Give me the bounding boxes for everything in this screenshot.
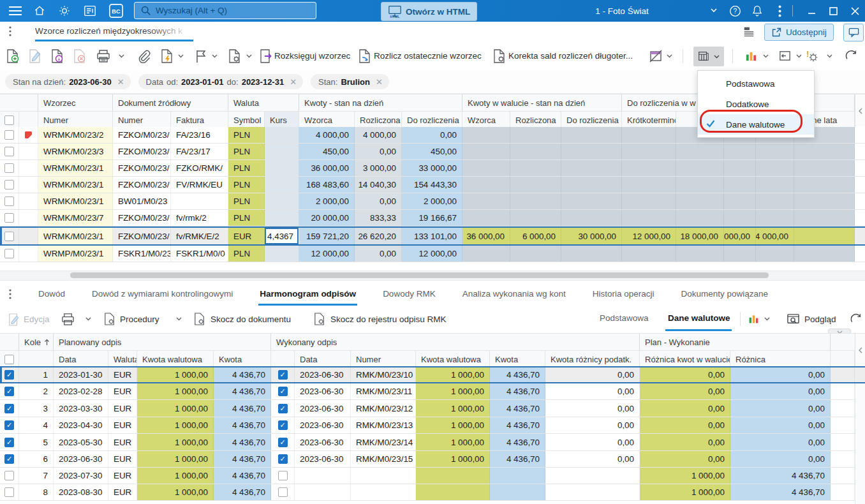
- cell[interactable]: 0,00: [730, 451, 831, 467]
- cell[interactable]: [19, 193, 38, 209]
- cell[interactable]: FZKO/M0/23/: [113, 127, 171, 143]
- cell[interactable]: 24 000,00: [756, 228, 794, 244]
- skocz-dokument-icon[interactable]: [194, 313, 205, 325]
- cell[interactable]: [271, 417, 295, 433]
- remove-filter-icon[interactable]: ✕: [290, 77, 297, 87]
- chart-icon[interactable]: [744, 49, 758, 63]
- column-header[interactable]: Data: [54, 351, 108, 367]
- cell[interactable]: [561, 144, 622, 159]
- cell[interactable]: 1 000,00: [416, 400, 490, 417]
- row-checkbox[interactable]: [4, 404, 14, 413]
- korekta-button[interactable]: Korekta sald rozliczeń długoter...: [508, 51, 633, 61]
- cell[interactable]: [271, 383, 295, 399]
- column-header[interactable]: [831, 351, 855, 367]
- cell[interactable]: 2023-08-30: [54, 484, 108, 500]
- column-header[interactable]: [0, 351, 19, 367]
- column-header[interactable]: Wzorca: [462, 112, 510, 128]
- cell[interactable]: 14 040,30: [355, 177, 402, 193]
- column-header[interactable]: Symbol: [228, 112, 265, 128]
- cell[interactable]: [622, 193, 676, 209]
- cell[interactable]: 8: [19, 484, 54, 500]
- cell[interactable]: [462, 193, 510, 209]
- cell[interactable]: 0,00: [640, 434, 730, 450]
- cell[interactable]: [0, 228, 19, 244]
- cell[interactable]: [0, 383, 19, 399]
- cell[interactable]: WRMP/M0/23/1: [38, 246, 113, 262]
- cell[interactable]: PLN: [228, 144, 265, 159]
- cell[interactable]: [855, 246, 865, 262]
- cell[interactable]: 1 000,00: [416, 383, 490, 399]
- column-header[interactable]: Rozliczona: [510, 112, 561, 128]
- cell[interactable]: 2023-06-30: [295, 451, 351, 467]
- cell[interactable]: [265, 127, 299, 143]
- cell[interactable]: [561, 177, 622, 193]
- cell[interactable]: 0,00: [730, 417, 831, 433]
- cell[interactable]: [756, 144, 794, 159]
- column-header[interactable]: Numer: [113, 112, 171, 128]
- cell[interactable]: RMK/M0/23/10: [351, 367, 416, 382]
- cell[interactable]: 4 436,70: [214, 468, 271, 484]
- table-row[interactable]: 62023-06-30EUR1 000,004 436,702023-06-30…: [0, 451, 865, 468]
- tab-dowod-wymiary[interactable]: Dowód z wymiarami kontrolingowymi: [92, 283, 233, 306]
- cell[interactable]: [545, 484, 640, 500]
- cell[interactable]: 2023-01-30: [54, 367, 108, 382]
- executed-checkbox[interactable]: [278, 438, 288, 447]
- cell[interactable]: 2023-06-30: [295, 383, 351, 399]
- add-record-icon[interactable]: [6, 49, 19, 63]
- record-info-icon[interactable]: [51, 49, 64, 63]
- subview-dane-walutowe[interactable]: Dane walutowe: [668, 313, 730, 323]
- cell[interactable]: [416, 468, 490, 484]
- cell[interactable]: EUR: [108, 367, 137, 382]
- rozksieguj-button[interactable]: Rozksięguj wzorzec: [274, 51, 350, 61]
- cell[interactable]: 2023-02-28: [54, 383, 108, 399]
- skocz-dokument-button[interactable]: Skocz do dokumentu: [211, 315, 291, 324]
- column-header[interactable]: Kwota walutowa: [416, 351, 490, 367]
- cell[interactable]: [831, 451, 855, 467]
- cell[interactable]: 154 443,30: [402, 177, 462, 193]
- cell[interactable]: [510, 160, 561, 176]
- cell[interactable]: [0, 246, 19, 262]
- cell[interactable]: 4 436,70: [490, 367, 545, 382]
- cell[interactable]: 4 436,70: [490, 383, 545, 399]
- column-header[interactable]: Krótkoterminowe: [622, 112, 676, 128]
- cell[interactable]: [831, 400, 855, 417]
- cell[interactable]: 12 000,00: [299, 246, 355, 262]
- cell[interactable]: 4 436,70: [730, 484, 831, 500]
- cell[interactable]: [855, 228, 865, 244]
- cell[interactable]: [855, 127, 865, 143]
- cell[interactable]: 4 436,70: [214, 383, 271, 399]
- cell[interactable]: [561, 246, 622, 262]
- cell[interactable]: [510, 210, 561, 226]
- cell[interactable]: EUR: [108, 451, 137, 467]
- executed-checkbox[interactable]: [278, 487, 288, 497]
- cell[interactable]: [622, 160, 676, 176]
- cell[interactable]: 0,00: [730, 434, 831, 450]
- tab-historia-operacji[interactable]: Historia operacji: [593, 283, 654, 306]
- group-header[interactable]: Wzorzec: [38, 94, 113, 111]
- executed-checkbox[interactable]: [278, 370, 288, 380]
- cell[interactable]: [0, 417, 19, 433]
- cell[interactable]: 1 000,00: [137, 400, 214, 417]
- executed-checkbox[interactable]: [278, 387, 288, 396]
- cell[interactable]: FSKR1/M0/23: [113, 246, 171, 262]
- cell[interactable]: 2023-06-30: [295, 434, 351, 450]
- cell[interactable]: [724, 246, 756, 262]
- scroll-left-chevron-icon[interactable]: [855, 334, 865, 367]
- cell[interactable]: [265, 246, 299, 262]
- cell[interactable]: [271, 434, 295, 450]
- cell[interactable]: FZKO/M0/23/: [113, 228, 171, 244]
- open-in-html-button[interactable]: HTML Otwórz w HTML: [381, 2, 477, 21]
- cell[interactable]: 0,00: [730, 367, 831, 382]
- row-checkbox[interactable]: [4, 180, 14, 189]
- cell[interactable]: [756, 210, 794, 226]
- cell[interactable]: 4 436,70: [730, 468, 831, 484]
- table-row[interactable]: WRMK/M0/23/3FZKO/M0/23/FA/23/17PLN450,00…: [0, 144, 865, 160]
- cell[interactable]: 20 000,00: [299, 210, 355, 226]
- cell[interactable]: WRMK/M0/23/2: [38, 127, 113, 143]
- skocz-rejestr-icon[interactable]: [314, 313, 325, 325]
- cell[interactable]: 159 721,20: [299, 228, 355, 244]
- flag-chevron-icon[interactable]: [212, 54, 218, 58]
- cell[interactable]: 0,00: [545, 434, 640, 450]
- cell[interactable]: [561, 127, 622, 143]
- cell[interactable]: 0,00: [545, 451, 640, 467]
